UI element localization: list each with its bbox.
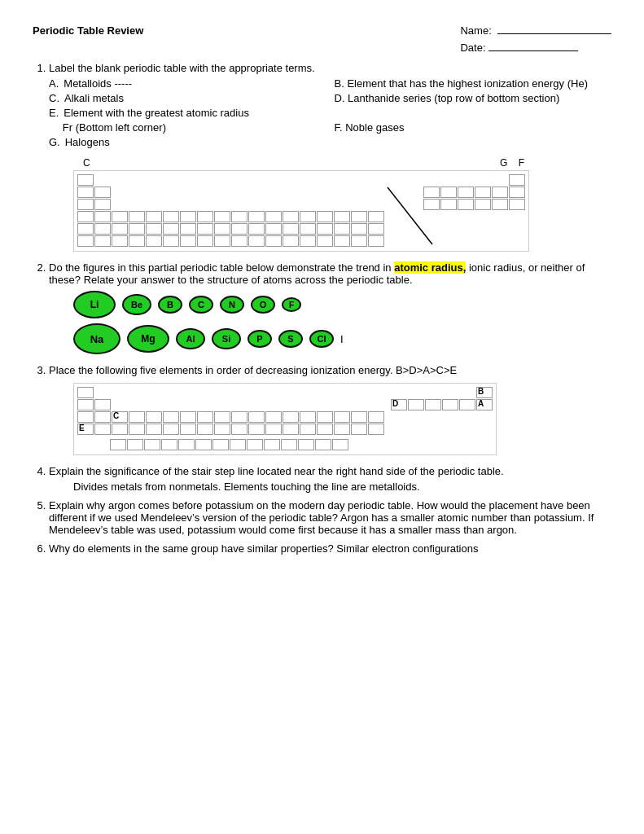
q1-d-text: D. Lanthanide series (top row of bottom … bbox=[335, 92, 612, 104]
pt2-d-label: D bbox=[392, 399, 398, 408]
question-5: Explain why argon comes before potassium… bbox=[49, 499, 611, 536]
atom-o: O bbox=[251, 296, 275, 314]
question-2: Do the figures in this partial periodic … bbox=[49, 261, 611, 354]
name-underline[interactable] bbox=[497, 33, 611, 34]
date-underline[interactable] bbox=[488, 50, 578, 51]
q1-item-c: C. Alkali metals bbox=[49, 92, 326, 104]
periodic-table-2-container: B D A bbox=[73, 383, 611, 455]
atom-s: S bbox=[278, 330, 303, 348]
pt2-e-label: E bbox=[79, 424, 85, 432]
atom-si: Si bbox=[212, 328, 241, 349]
question-1: Label the blank periodic table with the … bbox=[49, 62, 611, 252]
q1-item-a: A. Metalloids ----- bbox=[49, 77, 326, 90]
periodic-table-2: B D A bbox=[73, 383, 497, 455]
pt1-gf-label: G F bbox=[500, 157, 524, 169]
q1-e-label: E. bbox=[49, 107, 59, 119]
atom-be: Be bbox=[122, 294, 151, 315]
name-line: Name: bbox=[460, 24, 611, 37]
q1-a-label: A. bbox=[49, 77, 59, 90]
atom-cl: Cl bbox=[309, 330, 334, 348]
pt2-b-label: B bbox=[478, 387, 484, 396]
q1-right-empty bbox=[335, 107, 612, 119]
q1-text: Label the blank periodic table with the … bbox=[49, 62, 315, 74]
name-label: Name: bbox=[460, 24, 491, 37]
q1-items: A. Metalloids ----- C. Alkali metals E. … bbox=[49, 77, 611, 151]
q3-text: Place the following five elements in ord… bbox=[49, 364, 457, 376]
pt1-c-label: C bbox=[83, 157, 90, 169]
q1-item-e: E. Element with the greatest atomic radi… bbox=[49, 107, 326, 119]
atom-n: N bbox=[220, 296, 244, 314]
q1-f-text: F. Noble gases bbox=[335, 121, 612, 134]
q1-fr-label bbox=[49, 121, 58, 134]
atom-al: Al bbox=[176, 328, 205, 349]
atom-li: Li bbox=[73, 291, 116, 318]
question-3: Place the following five elements in ord… bbox=[49, 364, 611, 455]
q4-answer: Divides metals from nonmetals. Elements … bbox=[73, 481, 611, 493]
date-line: Date: bbox=[460, 42, 611, 54]
question-4: Explain the significance of the stair st… bbox=[49, 465, 611, 493]
pt2-a-label: A bbox=[478, 399, 484, 408]
atoms-row-2: Na Mg Al Si P S Cl I bbox=[73, 323, 611, 354]
q1-fr-text: Fr (Bottom left corner) bbox=[63, 121, 166, 134]
q1-c-label: C. bbox=[49, 92, 59, 104]
pt1-f-label: F bbox=[519, 157, 524, 169]
atom-na: Na bbox=[73, 323, 120, 354]
name-date-block: Name: Date: bbox=[460, 24, 611, 54]
atom-c: C bbox=[189, 296, 213, 314]
q1-e-text: Element with the greatest atomic radius bbox=[64, 107, 249, 119]
q1-a-text: Metalloids ----- bbox=[64, 77, 132, 90]
q1-c-text: Alkali metals bbox=[64, 92, 124, 104]
q1-g-label: G. bbox=[49, 136, 60, 148]
atom-i-label: I bbox=[340, 333, 344, 345]
periodic-table-1-container: C G F bbox=[73, 157, 611, 252]
atom-p: P bbox=[248, 330, 272, 348]
atom-f: F bbox=[282, 297, 301, 312]
q2-text-part1: Do the figures in this partial periodic … bbox=[49, 261, 392, 274]
questions-list: Label the blank periodic table with the … bbox=[33, 62, 611, 555]
q5-text: Explain why argon comes before potassium… bbox=[49, 499, 594, 536]
q1-col-right: B. Element that has the highest ionizati… bbox=[326, 77, 612, 151]
date-label: Date: bbox=[460, 42, 485, 54]
q1-b-text: B. Element that has the highest ionizati… bbox=[335, 77, 612, 90]
periodic-table-1 bbox=[73, 170, 529, 252]
q1-col-left: A. Metalloids ----- C. Alkali metals E. … bbox=[49, 77, 326, 151]
atoms-row-1: Li Be B C N O F bbox=[73, 291, 611, 318]
q4-text: Explain the significance of the stair st… bbox=[49, 465, 504, 477]
pt1-g-label: G bbox=[500, 157, 507, 169]
pt2-c-label: C bbox=[113, 411, 119, 420]
q1-item-g: G. Halogens bbox=[49, 136, 326, 148]
question-6: Why do elements in the same group have s… bbox=[49, 542, 611, 555]
q2-highlight: atomic radius, bbox=[394, 261, 466, 274]
atom-b: B bbox=[158, 296, 182, 314]
page-title: Periodic Table Review bbox=[33, 24, 143, 37]
q6-text: Why do elements in the same group have s… bbox=[49, 542, 478, 555]
q1-item-fr: Fr (Bottom left corner) bbox=[49, 121, 326, 134]
q1-g-text: Halogens bbox=[65, 136, 110, 148]
atom-mg: Mg bbox=[127, 325, 169, 353]
